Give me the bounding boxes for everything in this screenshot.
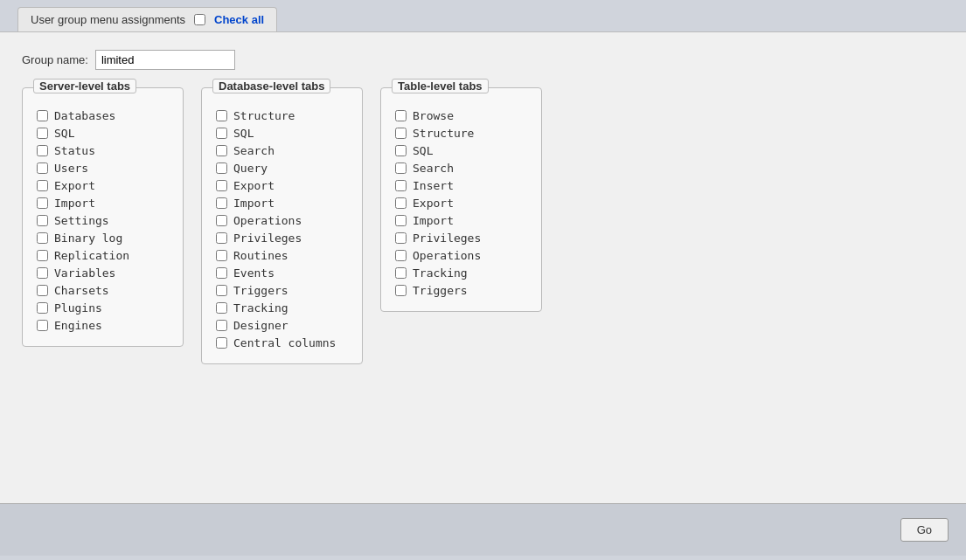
server-checkbox-8[interactable]: [37, 250, 48, 261]
check-all-link[interactable]: Check all: [214, 13, 264, 26]
db-checkbox-8[interactable]: [216, 250, 227, 261]
db-item-label: Query: [233, 162, 268, 175]
db-item-label: Central columns: [233, 336, 336, 349]
list-item: Status: [37, 144, 169, 157]
table-item-label: Export: [413, 197, 454, 210]
table-checkbox-5[interactable]: [395, 197, 407, 209]
tabs-container: Server-level tabs DatabasesSQLStatusUser…: [22, 87, 944, 364]
list-item: Search: [395, 162, 527, 175]
table-checkbox-4[interactable]: [395, 180, 407, 191]
list-item: Binary log: [37, 232, 169, 245]
table-item-label: SQL: [413, 144, 433, 157]
list-item: Tracking: [216, 301, 348, 315]
table-checkbox-0[interactable]: [395, 110, 407, 121]
table-item-label: Structure: [413, 127, 474, 140]
main-content: Group name: Server-level tabs DatabasesS…: [0, 31, 966, 503]
table-item-label: Tracking: [413, 266, 468, 280]
db-item-label: Export: [233, 179, 275, 192]
table-checkbox-8[interactable]: [395, 250, 407, 261]
db-item-label: SQL: [233, 127, 254, 140]
list-item: Import: [37, 197, 169, 210]
list-item: Charsets: [37, 284, 169, 297]
db-checkbox-10[interactable]: [216, 285, 227, 296]
db-checkbox-5[interactable]: [216, 197, 227, 209]
list-item: Insert: [395, 179, 527, 192]
server-checkbox-4[interactable]: [37, 180, 48, 191]
db-checkbox-12[interactable]: [216, 320, 227, 331]
db-checkbox-2[interactable]: [216, 145, 227, 156]
db-checkbox-1[interactable]: [216, 128, 227, 139]
server-checkbox-11[interactable]: [37, 302, 48, 314]
list-item: Structure: [395, 127, 527, 140]
list-item: Triggers: [216, 284, 348, 297]
check-all-checkbox[interactable]: [194, 14, 205, 25]
list-item: Variables: [37, 266, 169, 280]
db-checkbox-3[interactable]: [216, 162, 227, 174]
db-item-label: Designer: [233, 319, 288, 332]
list-item: Events: [216, 266, 348, 280]
db-item-label: Operations: [233, 214, 302, 227]
table-item-label: Insert: [413, 179, 454, 192]
table-checkbox-7[interactable]: [395, 232, 407, 244]
server-item-label: Variables: [54, 266, 115, 280]
server-checkbox-0[interactable]: [37, 110, 48, 121]
table-checkbox-9[interactable]: [395, 267, 407, 279]
db-checkbox-11[interactable]: [216, 302, 227, 314]
server-checkbox-6[interactable]: [37, 215, 48, 226]
list-item: Import: [216, 197, 348, 210]
list-item: Central columns: [216, 336, 348, 349]
server-level-items: DatabasesSQLStatusUsersExportImportSetti…: [37, 109, 169, 332]
server-checkbox-3[interactable]: [37, 162, 48, 174]
server-level-group: Server-level tabs DatabasesSQLStatusUser…: [22, 87, 184, 347]
server-item-label: SQL: [54, 127, 74, 140]
group-name-input[interactable]: [95, 50, 235, 70]
server-level-title: Server-level tabs: [33, 79, 136, 93]
server-item-label: Import: [54, 197, 95, 210]
server-checkbox-5[interactable]: [37, 197, 48, 209]
db-item-label: Triggers: [233, 284, 288, 297]
footer-bar: Go: [0, 503, 966, 556]
db-item-label: Import: [233, 197, 275, 210]
server-checkbox-12[interactable]: [37, 320, 48, 331]
server-checkbox-7[interactable]: [37, 232, 48, 244]
table-checkbox-10[interactable]: [395, 285, 407, 296]
table-checkbox-1[interactable]: [395, 128, 407, 139]
database-level-title: Database-level tabs: [212, 79, 330, 93]
server-checkbox-2[interactable]: [37, 145, 48, 156]
database-level-group: Database-level tabs StructureSQLSearchQu…: [201, 87, 363, 364]
db-checkbox-0[interactable]: [216, 110, 227, 121]
db-item-label: Events: [233, 266, 275, 280]
db-checkbox-13[interactable]: [216, 337, 227, 349]
server-item-label: Plugins: [54, 301, 102, 315]
database-level-items: StructureSQLSearchQueryExportImportOpera…: [216, 109, 348, 349]
server-item-label: Binary log: [54, 232, 122, 245]
list-item: Designer: [216, 319, 348, 332]
server-checkbox-9[interactable]: [37, 267, 48, 279]
db-item-label: Routines: [233, 249, 288, 262]
server-checkbox-1[interactable]: [37, 128, 48, 139]
list-item: Users: [37, 162, 169, 175]
table-item-label: Import: [413, 214, 454, 227]
db-checkbox-6[interactable]: [216, 215, 227, 226]
table-item-label: Search: [413, 162, 454, 175]
server-checkbox-10[interactable]: [37, 285, 48, 296]
list-item: Settings: [37, 214, 169, 227]
table-checkbox-2[interactable]: [395, 145, 407, 156]
table-item-label: Browse: [413, 109, 454, 122]
db-checkbox-7[interactable]: [216, 232, 227, 244]
db-item-label: Structure: [233, 109, 295, 122]
list-item: Triggers: [395, 284, 527, 297]
server-item-label: Users: [54, 162, 88, 175]
list-item: Operations: [395, 249, 527, 262]
db-item-label: Tracking: [233, 301, 288, 315]
list-item: Databases: [37, 109, 169, 122]
server-item-label: Export: [54, 179, 95, 192]
table-checkbox-6[interactable]: [395, 215, 407, 226]
list-item: Plugins: [37, 301, 169, 315]
list-item: SQL: [37, 127, 169, 140]
table-checkbox-3[interactable]: [395, 162, 407, 174]
list-item: Search: [216, 144, 348, 157]
go-button[interactable]: Go: [900, 518, 949, 542]
db-checkbox-9[interactable]: [216, 267, 227, 279]
db-checkbox-4[interactable]: [216, 180, 227, 191]
